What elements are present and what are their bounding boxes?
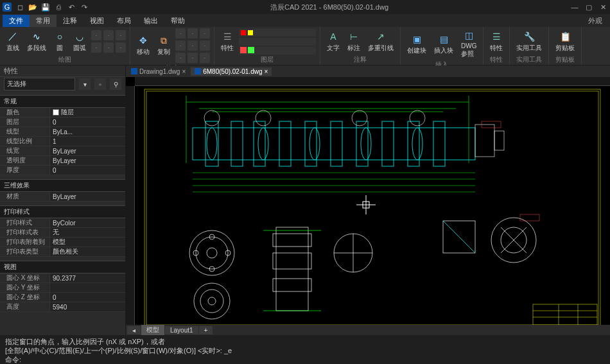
svg-rect-28 bbox=[494, 131, 504, 150]
svg-rect-15 bbox=[382, 121, 394, 166]
svg-point-25 bbox=[352, 110, 367, 126]
circle-button[interactable]: ○圆 bbox=[51, 30, 68, 54]
layout-tabs: ◂ 模型 Layout1 + bbox=[126, 325, 610, 335]
properties-panel: 特性 无选择 ▾ ▫ ⚲ 常规 颜色随层图层0线型ByLa...线型比例1线宽B… bbox=[0, 65, 126, 335]
open-icon[interactable]: 📂 bbox=[28, 3, 37, 12]
svg-point-41 bbox=[200, 290, 223, 313]
svg-rect-7 bbox=[193, 128, 475, 160]
prop-row[interactable]: 圆心 Y 坐标 bbox=[0, 283, 125, 293]
ribbon-draw: ／直线 ∿多段线 ○圆 ◡圆弧 ······ 绘图 bbox=[0, 27, 130, 65]
layout-tab-model[interactable]: 模型 bbox=[141, 325, 164, 335]
line-button[interactable]: ／直线 bbox=[4, 30, 22, 54]
doc-tab-2[interactable]: 6M80(50).02-01.dwg× bbox=[191, 67, 272, 76]
prop-row[interactable]: 圆心 Z 坐标0 bbox=[0, 293, 125, 302]
save-icon[interactable]: 💾 bbox=[41, 3, 50, 12]
prop-row[interactable]: 圆心 X 坐标90.2377 bbox=[0, 273, 125, 283]
prop-row[interactable]: 高度5940 bbox=[0, 302, 125, 312]
svg-point-35 bbox=[207, 248, 217, 258]
maximize-icon[interactable]: ▢ bbox=[584, 3, 593, 12]
props-header: 特性 bbox=[0, 65, 125, 77]
pickadd-icon[interactable]: ▾ bbox=[79, 78, 91, 90]
dwgref-button[interactable]: ◫DWG 参照 bbox=[458, 28, 479, 60]
utils-button[interactable]: 🔧实用工具 bbox=[514, 30, 545, 54]
section-effect: 三维效果 bbox=[0, 179, 125, 192]
move-button[interactable]: ✥移动 bbox=[134, 33, 152, 58]
makeblock-button[interactable]: ▣创建块 bbox=[405, 32, 429, 56]
menu-annotate[interactable]: 注释 bbox=[57, 15, 83, 27]
section-view: 视图 bbox=[0, 261, 125, 273]
svg-point-24 bbox=[256, 110, 271, 126]
svg-rect-27 bbox=[475, 125, 494, 157]
prop-row[interactable]: 打印样式表无 bbox=[0, 228, 125, 238]
prop-row[interactable]: 透明度ByLayer bbox=[0, 156, 125, 166]
redo-icon[interactable]: ↷ bbox=[80, 3, 89, 12]
dwg-icon bbox=[131, 68, 137, 74]
dim-button[interactable]: ⊢标注 bbox=[345, 30, 363, 54]
prop-row[interactable]: 线型ByLa... bbox=[0, 127, 125, 137]
svg-rect-44 bbox=[273, 234, 311, 247]
prop-row[interactable]: 线型比例1 bbox=[0, 137, 125, 146]
copy-button[interactable]: ⧉复制 bbox=[155, 33, 173, 58]
minimize-icon[interactable]: — bbox=[570, 3, 579, 12]
section-general: 常规 bbox=[0, 95, 125, 108]
undo-icon[interactable]: ↶ bbox=[67, 3, 76, 12]
prop-row[interactable]: 打印表附着到模型 bbox=[0, 238, 125, 247]
props2-button[interactable]: ☰特性 bbox=[487, 30, 505, 54]
prop-row[interactable]: 颜色随层 bbox=[0, 108, 125, 117]
prop-row[interactable]: 材质ByLayer bbox=[0, 192, 125, 202]
prop-row[interactable]: 线宽ByLayer bbox=[0, 146, 125, 156]
print-icon[interactable]: ⎙ bbox=[54, 3, 63, 12]
ribbon-insert: ▣创建块 ▤插入块 ◫DWG 参照 插入 bbox=[401, 27, 484, 65]
svg-rect-12 bbox=[305, 121, 317, 166]
svg-rect-14 bbox=[356, 121, 368, 166]
doc-tab-1[interactable]: Drawing1.dwg× bbox=[127, 67, 189, 76]
svg-rect-9 bbox=[231, 121, 243, 166]
prop-row[interactable]: 打印表类型颜色相关 bbox=[0, 247, 125, 257]
menu-view[interactable]: 视图 bbox=[83, 15, 110, 27]
prop-row[interactable]: 打印样式ByColor bbox=[0, 218, 125, 228]
svg-point-34 bbox=[196, 237, 228, 269]
file-menu[interactable]: 文件 bbox=[3, 15, 30, 27]
ribbon-annotation: A文字 ⊢标注 ↗多重引线 注释 bbox=[320, 27, 401, 65]
tab-nav-icon[interactable]: ◂ bbox=[127, 326, 141, 334]
select-icon[interactable]: ▫ bbox=[94, 78, 106, 90]
svg-point-19 bbox=[258, 128, 268, 160]
text-button[interactable]: A文字 bbox=[324, 30, 342, 54]
command-line[interactable]: 指定窗口的角点，输入比例因子 (nX 或 nXP)，或者 [全部(A)/中心(C… bbox=[0, 335, 610, 364]
close-icon[interactable]: ✕ bbox=[598, 3, 607, 12]
menu-layout[interactable]: 布局 bbox=[110, 15, 137, 27]
close-tab-icon[interactable]: × bbox=[265, 68, 268, 75]
menu-output[interactable]: 输出 bbox=[137, 15, 164, 27]
new-icon[interactable]: ◻ bbox=[15, 3, 24, 12]
ribbon-utils: 🔧实用工具 实用工具 bbox=[510, 27, 549, 65]
clipboard-button[interactable]: 📋剪贴板 bbox=[553, 30, 577, 54]
svg-point-40 bbox=[194, 283, 230, 319]
prop-row[interactable]: 图层0 bbox=[0, 117, 125, 127]
prop-row[interactable]: 厚度0 bbox=[0, 166, 125, 175]
svg-rect-10 bbox=[254, 121, 265, 166]
leader-button[interactable]: ↗多重引线 bbox=[365, 30, 396, 54]
cad-drawing bbox=[135, 86, 610, 325]
menu-common[interactable]: 常用 bbox=[30, 15, 57, 27]
menu-help[interactable]: 帮助 bbox=[164, 15, 191, 27]
tab-add-icon[interactable]: + bbox=[199, 326, 213, 334]
insertblock-button[interactable]: ▤插入块 bbox=[431, 32, 456, 56]
quickselect-icon[interactable]: ⚲ bbox=[110, 78, 121, 90]
svg-rect-13 bbox=[331, 121, 342, 166]
ribbon-properties: ☰特性 图层 bbox=[214, 27, 320, 65]
svg-rect-16 bbox=[408, 121, 419, 166]
drawing-canvas[interactable] bbox=[126, 77, 610, 325]
close-tab-icon[interactable]: × bbox=[182, 68, 186, 75]
svg-rect-45 bbox=[273, 253, 311, 269]
appearance-label[interactable]: 外观 bbox=[588, 16, 607, 26]
props-button[interactable]: ☰特性 bbox=[218, 30, 236, 54]
polyline-button[interactable]: ∿多段线 bbox=[24, 30, 49, 54]
arc-button[interactable]: ◡圆弧 bbox=[71, 30, 89, 54]
svg-point-20 bbox=[309, 128, 320, 160]
ruler-vertical bbox=[126, 86, 135, 325]
svg-point-42 bbox=[208, 297, 216, 305]
selection-dropdown[interactable]: 无选择 bbox=[4, 78, 75, 91]
svg-point-26 bbox=[410, 110, 425, 126]
ribbon-clipboard: 📋剪贴板 剪贴板 bbox=[549, 27, 582, 65]
layout-tab-1[interactable]: Layout1 bbox=[165, 326, 198, 334]
